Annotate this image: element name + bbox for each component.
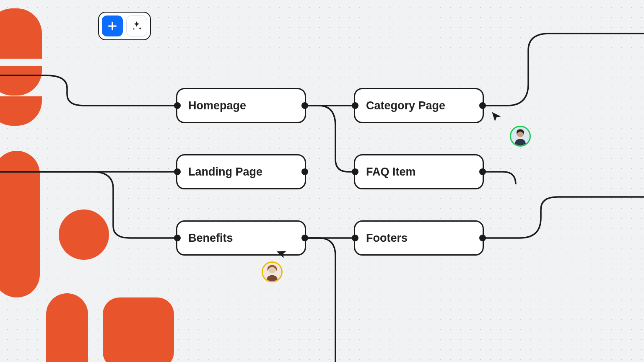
node-landing-page[interactable]: Landing Page	[176, 154, 306, 189]
ai-sparkle-button[interactable]	[126, 16, 147, 36]
port-in[interactable]	[174, 235, 181, 241]
decorative-shape	[46, 293, 88, 362]
port-out[interactable]	[301, 102, 308, 109]
node-label: Footers	[366, 232, 408, 245]
decorative-shape	[103, 297, 174, 362]
person-icon	[263, 263, 281, 281]
node-footers[interactable]: Footers	[354, 220, 484, 256]
floating-toolbar	[98, 12, 151, 40]
port-out[interactable]	[479, 168, 486, 175]
port-in[interactable]	[352, 168, 358, 175]
node-homepage[interactable]: Homepage	[176, 88, 306, 123]
collaborator-cursor-icon	[491, 111, 502, 122]
port-out[interactable]	[479, 102, 486, 109]
plus-icon	[107, 21, 118, 31]
collaborator-avatar[interactable]	[262, 261, 283, 282]
port-out[interactable]	[301, 168, 308, 175]
node-category-page[interactable]: Category Page	[354, 88, 484, 123]
decorative-shape	[0, 151, 40, 297]
node-label: Benefits	[188, 232, 233, 245]
port-in[interactable]	[352, 235, 358, 241]
decorative-shape	[0, 8, 42, 59]
person-icon	[511, 127, 530, 145]
port-in[interactable]	[174, 102, 181, 109]
node-faq-item[interactable]: FAQ Item	[354, 154, 484, 189]
node-label: Landing Page	[188, 165, 262, 178]
port-out[interactable]	[301, 235, 308, 241]
decorative-shape	[0, 96, 42, 126]
decorative-shape	[0, 66, 42, 96]
port-in[interactable]	[352, 102, 358, 109]
node-label: Category Page	[366, 99, 445, 112]
port-out[interactable]	[479, 235, 486, 241]
node-label: FAQ Item	[366, 165, 416, 178]
collaborator-avatar[interactable]	[510, 126, 531, 147]
svg-point-2	[133, 28, 134, 29]
connector-lines	[0, 0, 644, 362]
port-in[interactable]	[174, 168, 181, 175]
decorative-shape	[59, 209, 109, 260]
node-label: Homepage	[188, 99, 246, 112]
add-button[interactable]	[102, 16, 123, 36]
sparkle-icon	[131, 20, 143, 32]
